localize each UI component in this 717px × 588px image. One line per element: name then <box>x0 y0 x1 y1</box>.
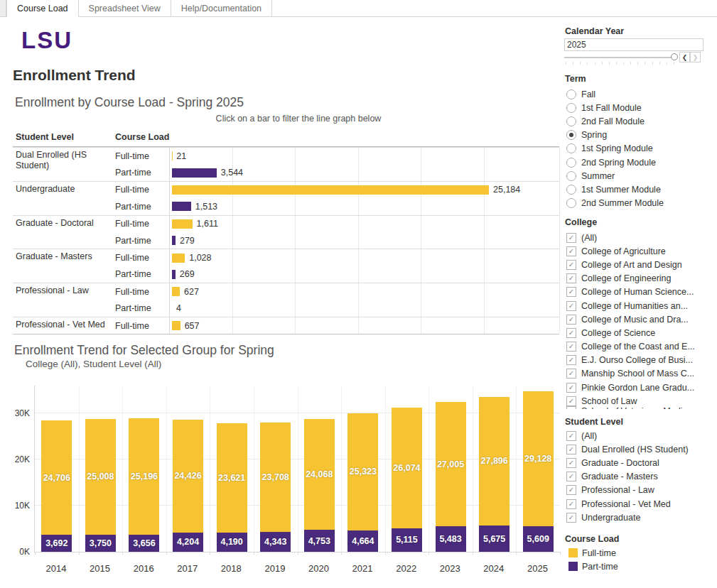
segment-part-time[interactable]: 4,664 <box>347 530 378 552</box>
radio-spring[interactable]: Spring <box>566 129 664 142</box>
checkbox[interactable]: ✓ <box>566 273 576 283</box>
segment-part-time[interactable]: 4,343 <box>260 532 291 552</box>
checkbox-college-of-music-and-dra[interactable]: ✓College of Music and Dra... <box>566 312 695 326</box>
stacked-bar-2015[interactable]: 25,0083,750 <box>85 419 116 552</box>
bar-part-time[interactable] <box>172 270 176 279</box>
radio-1st-fall-module[interactable]: 1st Fall Module <box>566 101 664 114</box>
checkbox-college-of-the-coast-and-e[interactable]: ✓College of the Coast and E... <box>566 340 695 354</box>
stacked-bar-2024[interactable]: 27,8965,675 <box>479 397 510 552</box>
radio-2nd-fall-module[interactable]: 2nd Fall Module <box>566 114 664 128</box>
slider-next-button[interactable]: ❯ <box>690 52 701 62</box>
checkbox-professional-vet-med[interactable]: ✓Professional - Vet Med <box>566 497 689 511</box>
radio-fall[interactable]: Fall <box>566 87 664 101</box>
radio-button[interactable] <box>566 89 576 99</box>
checkbox[interactable]: ✓ <box>566 246 576 256</box>
checkbox-pinkie-gordon-lane-gradu[interactable]: ✓Pinkie Gordon Lane Gradu... <box>566 381 695 394</box>
radio-button[interactable] <box>566 130 576 140</box>
segment-full-time[interactable]: 23,621 <box>217 423 247 533</box>
segment-full-time[interactable]: 25,008 <box>85 419 116 535</box>
segment-part-time[interactable]: 3,750 <box>85 535 116 552</box>
checkbox-all[interactable]: ✓(All) <box>566 231 695 244</box>
segment-part-time[interactable]: 5,483 <box>436 526 466 552</box>
segment-full-time[interactable]: 24,068 <box>304 419 335 530</box>
radio-1st-spring-module[interactable]: 1st Spring Module <box>566 142 664 156</box>
segment-part-time[interactable]: 4,204 <box>173 533 203 552</box>
checkbox[interactable]: ✓ <box>566 355 576 365</box>
bar-full-time[interactable] <box>172 287 180 296</box>
segment-full-time[interactable]: 23,708 <box>260 423 291 532</box>
checkbox-professional-law[interactable]: ✓Professional - Law <box>566 484 689 497</box>
checkbox[interactable]: ✓ <box>566 485 576 495</box>
checkbox-college-of-science[interactable]: ✓College of Science <box>566 326 695 339</box>
segment-part-time[interactable]: 5,609 <box>523 526 554 552</box>
stacked-bar-2014[interactable]: 24,7063,692 <box>41 420 72 552</box>
stacked-bar-2021[interactable]: 25,3234,664 <box>347 413 378 552</box>
college-clipped-item[interactable]: ✓School of Veterinary Medi... <box>566 404 690 409</box>
bar-full-time[interactable] <box>172 219 193 229</box>
checkbox-college-of-human-science[interactable]: ✓College of Human Science... <box>566 285 695 299</box>
stacked-bar-2017[interactable]: 24,4264,204 <box>173 420 203 552</box>
checkbox[interactable]: ✓ <box>566 342 576 352</box>
checkbox-e-j-ourso-college-of-busi[interactable]: ✓E.J. Ourso College of Busi... <box>566 354 695 367</box>
segment-full-time[interactable]: 27,896 <box>479 397 510 526</box>
checkbox-school-of-veterinary-medi[interactable]: ✓School of Veterinary Medi... <box>566 404 690 409</box>
segment-full-time[interactable]: 25,196 <box>129 418 159 535</box>
stacked-bar-2020[interactable]: 24,0684,753 <box>304 419 335 552</box>
bar-full-time[interactable] <box>172 254 185 263</box>
calendar-year-input[interactable] <box>564 38 703 51</box>
checkbox[interactable]: ✓ <box>566 233 576 243</box>
segment-part-time[interactable]: 5,115 <box>392 528 422 552</box>
stacked-bar-2025[interactable]: 29,1285,609 <box>523 391 554 552</box>
checkbox-manship-school-of-mass-c[interactable]: ✓Manship School of Mass C... <box>566 367 695 381</box>
checkbox[interactable]: ✓ <box>566 287 576 297</box>
tab-spreadsheet-view[interactable]: Spreadsheet View <box>79 0 171 16</box>
checkbox[interactable]: ✓ <box>566 301 576 311</box>
checkbox[interactable]: ✓ <box>566 383 576 393</box>
checkbox[interactable]: ✓ <box>566 513 576 523</box>
stacked-bar-2016[interactable]: 25,1963,656 <box>129 418 159 552</box>
stacked-bar-2018[interactable]: 23,6214,190 <box>217 423 247 552</box>
checkbox-college-of-engineering[interactable]: ✓College of Engineering <box>566 272 695 285</box>
legend-item-part-time[interactable]: Part-time <box>568 560 618 573</box>
radio-button[interactable] <box>566 143 576 153</box>
segment-part-time[interactable]: 4,190 <box>217 533 247 552</box>
checkbox[interactable]: ✓ <box>566 499 576 509</box>
tab-course-load[interactable]: Course Load <box>6 0 79 17</box>
bar-part-time[interactable] <box>172 202 191 211</box>
checkbox-undergraduate[interactable]: ✓Undergraduate <box>566 511 689 524</box>
stacked-bar-2023[interactable]: 27,0055,483 <box>436 402 466 552</box>
checkbox-college-of-art-and-design[interactable]: ✓College of Art and Design <box>566 258 695 271</box>
segment-full-time[interactable]: 27,005 <box>436 402 466 527</box>
radio-button[interactable] <box>566 185 576 195</box>
bar-full-time[interactable] <box>172 185 489 195</box>
radio-1st-summer-module[interactable]: 1st Summer Module <box>566 183 664 196</box>
segment-full-time[interactable]: 29,128 <box>523 391 554 526</box>
tab-help-documentation[interactable]: Help/Documentation <box>171 0 272 16</box>
radio-2nd-spring-module[interactable]: 2nd Spring Module <box>566 156 664 169</box>
checkbox-college-of-agriculture[interactable]: ✓College of Agriculture <box>566 244 695 258</box>
slider-prev-button[interactable]: ❮ <box>679 52 690 62</box>
stacked-bar-2019[interactable]: 23,7084,343 <box>260 423 291 552</box>
segment-full-time[interactable]: 26,074 <box>392 408 422 528</box>
bar-full-time[interactable] <box>172 321 180 330</box>
checkbox[interactable]: ✓ <box>566 260 576 270</box>
radio-button[interactable] <box>566 116 576 126</box>
checkbox-graduate-masters[interactable]: ✓Graduate - Masters <box>566 470 689 484</box>
slider-handle[interactable] <box>671 53 678 60</box>
checkbox[interactable]: ✓ <box>566 328 576 338</box>
segment-part-time[interactable]: 3,656 <box>129 535 159 552</box>
checkbox[interactable]: ✓ <box>566 458 576 468</box>
checkbox[interactable]: ✓ <box>566 369 576 379</box>
radio-summer[interactable]: Summer <box>566 169 664 183</box>
radio-button[interactable] <box>566 171 576 181</box>
segment-full-time[interactable]: 25,323 <box>347 413 378 530</box>
segment-part-time[interactable]: 3,692 <box>41 535 72 552</box>
segment-full-time[interactable]: 24,426 <box>173 420 203 533</box>
checkbox[interactable]: ✓ <box>566 315 576 325</box>
checkbox-all[interactable]: ✓(All) <box>566 429 689 442</box>
segment-full-time[interactable]: 24,706 <box>41 420 72 535</box>
radio-button[interactable] <box>566 198 576 208</box>
segment-part-time[interactable]: 4,753 <box>304 530 335 552</box>
legend-item-full-time[interactable]: Full-time <box>568 546 618 560</box>
calendar-year-slider[interactable] <box>564 57 673 58</box>
